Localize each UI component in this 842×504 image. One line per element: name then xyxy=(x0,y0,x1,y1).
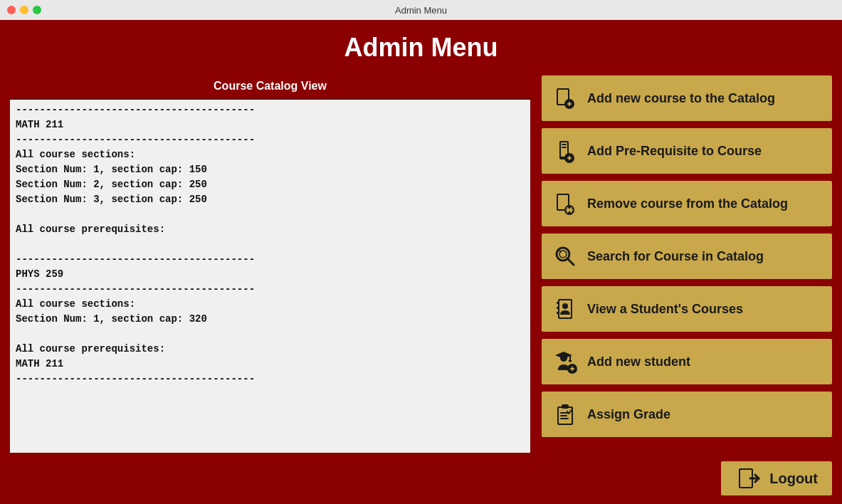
svg-rect-40 xyxy=(560,418,569,419)
svg-rect-7 xyxy=(562,144,567,145)
remove-course-button[interactable]: Remove course from the Catalog xyxy=(540,179,833,228)
close-button[interactable] xyxy=(7,6,16,14)
view-student-button[interactable]: View a Student's Courses xyxy=(540,285,833,333)
add-prereq-label: Add Pre-Requisite to Course xyxy=(587,144,762,159)
add-prereq-icon xyxy=(552,137,579,164)
svg-rect-26 xyxy=(557,307,559,309)
catalog-panel: Course Catalog View --------------------… xyxy=(9,73,532,454)
logout-icon xyxy=(735,465,762,492)
svg-rect-30 xyxy=(569,355,571,360)
assign-grade-button[interactable]: Assign Grade xyxy=(540,390,833,439)
catalog-content: ----------------------------------------… xyxy=(16,103,525,387)
svg-rect-34 xyxy=(572,367,573,371)
remove-course-label: Remove course from the Catalog xyxy=(587,196,788,211)
content-row: Course Catalog View --------------------… xyxy=(0,73,842,454)
catalog-body[interactable]: ----------------------------------------… xyxy=(10,100,530,453)
add-student-button[interactable]: Add new student xyxy=(540,337,833,386)
main-area: Admin Menu Course Catalog View ---------… xyxy=(0,20,842,504)
add-course-label: Add new course to the Catalog xyxy=(587,91,775,106)
search-course-icon xyxy=(552,243,579,270)
add-prereq-button[interactable]: Add Pre-Requisite to Course xyxy=(540,127,833,175)
window-title: Admin Menu xyxy=(395,5,447,16)
remove-course-icon xyxy=(552,190,579,217)
assign-grade-label: Assign Grade xyxy=(587,407,670,422)
svg-rect-27 xyxy=(557,312,559,314)
maximize-button[interactable] xyxy=(33,6,41,14)
app-title: Admin Menu xyxy=(0,20,842,73)
bottom-bar: Logout xyxy=(0,454,842,504)
logout-label: Logout xyxy=(769,471,818,487)
traffic-lights xyxy=(7,6,41,14)
svg-rect-8 xyxy=(562,147,567,148)
add-course-icon xyxy=(552,85,579,112)
svg-rect-4 xyxy=(569,102,570,106)
minimize-button[interactable] xyxy=(20,6,28,14)
view-student-label: View a Student's Courses xyxy=(587,302,743,317)
svg-rect-25 xyxy=(557,302,559,304)
svg-line-19 xyxy=(567,258,574,265)
svg-rect-11 xyxy=(569,156,570,160)
add-student-label: Add new student xyxy=(587,355,690,369)
view-student-icon xyxy=(552,295,579,322)
search-course-button[interactable]: Search for Course in Catalog xyxy=(540,232,833,280)
svg-rect-37 xyxy=(562,404,569,409)
logout-button[interactable]: Logout xyxy=(720,460,833,497)
catalog-header: Course Catalog View xyxy=(10,74,530,100)
svg-point-31 xyxy=(569,360,572,362)
assign-grade-icon xyxy=(552,401,579,428)
search-course-label: Search for Course in Catalog xyxy=(587,249,764,264)
button-panel: Add new course to the Catalog Add Pre-R xyxy=(540,73,833,454)
svg-point-24 xyxy=(562,303,568,309)
add-course-button[interactable]: Add new course to the Catalog xyxy=(540,74,833,122)
add-student-icon xyxy=(552,348,579,375)
svg-rect-39 xyxy=(560,415,567,416)
title-bar: Admin Menu xyxy=(0,0,842,20)
